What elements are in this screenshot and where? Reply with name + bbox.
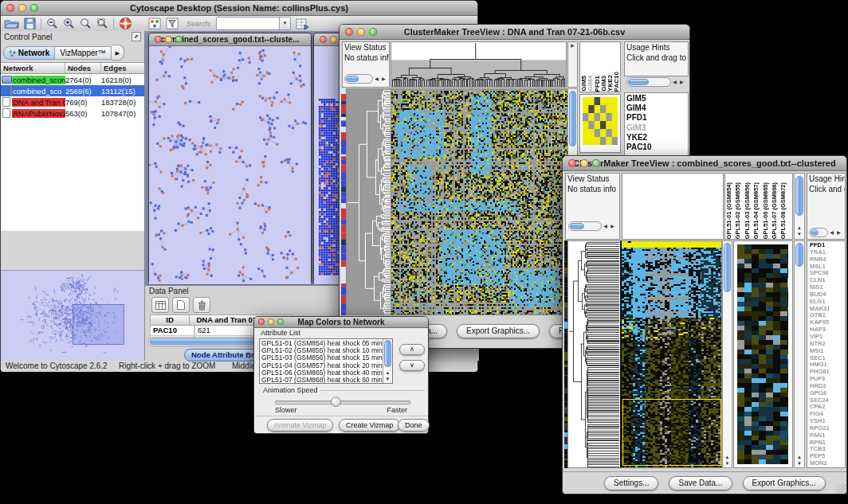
create-vizmap-button[interactable]: Create Vizmap xyxy=(339,419,400,432)
treeview-combined-titlebar[interactable]: ClusterMaker TreeView : combined_scores_… xyxy=(563,156,846,171)
network-table-row[interactable]: DNA and Tran 07 769(0) 183728(0) xyxy=(1,96,144,107)
scroll-right-icon[interactable]: ▶ xyxy=(609,221,616,231)
row-label[interactable]: GIM4 xyxy=(626,104,686,113)
close-button[interactable] xyxy=(6,4,14,12)
attribute-item[interactable]: GPL51-07 (GSM868) heat shock 60 min xyxy=(261,377,392,384)
zoom-in-icon[interactable] xyxy=(63,18,75,29)
scroll-up-icon[interactable]: ▲ xyxy=(723,455,732,460)
scroll-left-icon[interactable]: ◀ xyxy=(602,221,609,231)
done-button[interactable]: Done xyxy=(398,419,430,432)
network-table-row[interactable]: combined_sco 2569(6) 13112(15) xyxy=(1,85,144,96)
treeview-button[interactable]: Export Graphics... xyxy=(743,476,826,490)
heatmap-vscrollbar[interactable]: ▲ ▼ xyxy=(722,240,732,468)
map-dialog-titlebar[interactable]: Map Colors to Network xyxy=(254,317,428,328)
zoom-out-icon[interactable] xyxy=(46,18,58,29)
minimize-button[interactable] xyxy=(18,4,26,12)
scroll-left-icon[interactable]: ◀ xyxy=(373,74,380,84)
scroll-down-icon[interactable]: ▼ xyxy=(795,232,804,237)
column-label[interactable]: GIM4 xyxy=(587,76,593,92)
scroll-right-icon[interactable]: ▶ xyxy=(678,77,685,87)
close-button[interactable] xyxy=(345,28,353,36)
view-status-hscrollbar[interactable]: ◀ ▶ xyxy=(568,221,616,231)
column-label[interactable]: GPL51-06 (GSM865) xyxy=(762,182,771,239)
row-label[interactable]: PFD1 xyxy=(626,113,686,123)
tab-overflow-arrow[interactable]: ▶ xyxy=(112,45,124,61)
main-titlebar[interactable]: Cytoscape Desktop (Session Name: collins… xyxy=(1,1,477,16)
row-label[interactable]: GIM5 xyxy=(626,94,686,104)
col-edges[interactable]: Edges xyxy=(101,63,144,73)
col-network[interactable]: Network xyxy=(1,63,65,73)
zoom-vscrollbar[interactable]: ▲ ▼ xyxy=(794,240,805,468)
row-label[interactable]: GIM3 xyxy=(626,123,686,133)
scroll-right-icon[interactable]: ▶ xyxy=(568,42,577,48)
usage-hscrollbar[interactable]: ◀ ▶ xyxy=(809,228,842,237)
vizmapper-icon[interactable] xyxy=(148,18,161,29)
speed-slider-thumb[interactable] xyxy=(331,397,341,407)
view-status-hscrollbar[interactable]: ◀ ▶ xyxy=(344,74,387,84)
labels-vscrollbar[interactable]: ▲ ▼ xyxy=(794,173,805,240)
heatmap-canvas[interactable] xyxy=(391,89,567,315)
row-label[interactable]: PAC10 xyxy=(626,143,686,152)
close-button[interactable] xyxy=(568,159,576,167)
filter-icon[interactable] xyxy=(166,18,179,29)
network-canvas[interactable] xyxy=(149,46,311,284)
col-nodes[interactable]: Nodes xyxy=(65,63,101,73)
zoom-selected-icon[interactable] xyxy=(96,18,108,29)
scroll-up-icon[interactable]: ▲ xyxy=(795,225,804,231)
scroll-right-icon[interactable]: ▶ xyxy=(380,74,387,84)
close-button[interactable] xyxy=(258,318,265,325)
minimize-button[interactable] xyxy=(580,159,588,167)
tab-vizmapper[interactable]: VizMapper™ xyxy=(55,46,112,60)
network-view-titlebar[interactable]: combined_scores_good.txt--cluste... xyxy=(149,33,311,46)
scroll-down-icon[interactable]: ▼ xyxy=(383,377,392,382)
scroll-right-icon[interactable]: ▶ xyxy=(835,228,842,237)
scroll-up-icon[interactable]: ▲ xyxy=(795,455,804,460)
zoom-button[interactable] xyxy=(592,159,600,167)
column-label[interactable]: GIM3 xyxy=(600,76,607,92)
network-table-row[interactable]: combined_scores_ 2764(0) 16218(0) xyxy=(1,74,144,85)
network-table-row[interactable]: RNAPuberNov2+ 563(0) 107847(0) xyxy=(1,107,144,119)
resize-grip[interactable] xyxy=(836,483,846,493)
zoom-button[interactable] xyxy=(175,36,183,43)
search-input[interactable]: ▼ xyxy=(216,17,291,30)
minimize-button[interactable] xyxy=(357,28,365,36)
column-label[interactable]: GPL51-03 (GSM856) xyxy=(744,182,752,239)
treeview-button[interactable]: Export Graphics... xyxy=(457,324,540,338)
row-dendrogram-canvas[interactable] xyxy=(347,89,391,315)
zoom-button[interactable] xyxy=(30,4,38,12)
minimize-button[interactable] xyxy=(268,318,274,325)
heatmap-canvas[interactable] xyxy=(622,241,722,467)
row-label[interactable]: YKE2 xyxy=(626,133,686,143)
move-up-button[interactable]: ∧ xyxy=(399,344,425,355)
treeview-button[interactable]: Settings... xyxy=(604,476,658,490)
mini-heatmap-canvas[interactable] xyxy=(583,97,618,145)
zoom-fit-icon[interactable] xyxy=(80,18,92,29)
column-label[interactable]: GPL51-04 (GSM857) xyxy=(752,182,761,239)
search-dropdown-arrow[interactable]: ▼ xyxy=(279,18,290,29)
scroll-left-icon[interactable]: ◀ xyxy=(671,77,678,87)
speed-slider-track[interactable] xyxy=(275,400,410,404)
import-table-icon[interactable] xyxy=(296,18,309,30)
float-panel-icon[interactable]: ⬈ xyxy=(132,32,141,41)
minimize-button[interactable] xyxy=(165,36,172,43)
attr-col-id[interactable]: ID xyxy=(150,315,190,326)
attribute-table-icon[interactable] xyxy=(151,297,169,313)
move-down-button[interactable]: ∨ xyxy=(399,360,425,371)
new-attribute-icon[interactable] xyxy=(172,297,190,313)
open-session-button[interactable] xyxy=(4,18,19,29)
scroll-down-icon[interactable]: ▼ xyxy=(795,461,804,467)
minimize-button[interactable] xyxy=(330,36,337,43)
column-label[interactable]: GPL51-08 (GSM872) xyxy=(779,182,788,239)
usage-hscrollbar[interactable]: ◀ ▶ xyxy=(626,77,685,87)
delete-attribute-icon[interactable] xyxy=(193,297,210,313)
animate-vizmap-button[interactable]: Animate Vizmap xyxy=(267,419,333,432)
list-vscrollbar[interactable]: ▲ ▼ xyxy=(383,339,392,383)
network-overview-canvas[interactable] xyxy=(1,271,143,360)
column-label[interactable]: GPL51-07 (GSM868) xyxy=(771,182,779,239)
tab-network[interactable]: Network xyxy=(3,46,55,60)
dendro-scroll-strip[interactable]: ▶ xyxy=(567,41,578,88)
attribute-listbox[interactable]: GPL51-01 (GSM854) heat shock 05 minGPL51… xyxy=(259,338,393,384)
column-label[interactable]: PAC10 xyxy=(613,72,619,92)
close-button[interactable] xyxy=(155,36,162,43)
save-session-button[interactable] xyxy=(24,18,36,29)
